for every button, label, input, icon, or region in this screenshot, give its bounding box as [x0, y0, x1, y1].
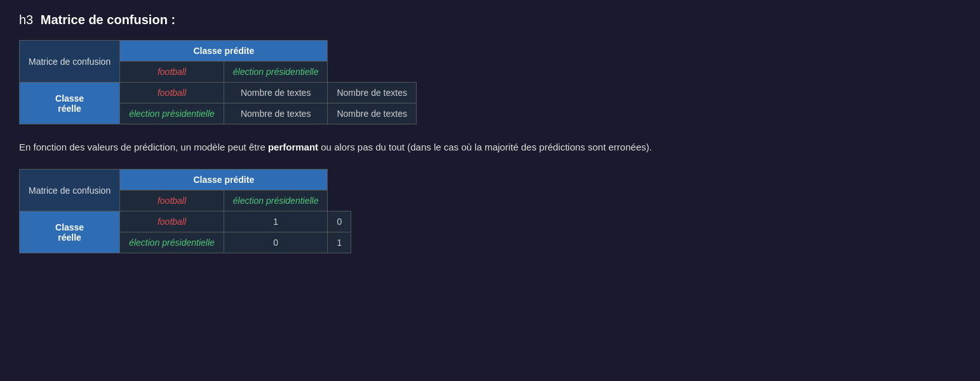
cell-r2c2-1: Nombre de textes	[328, 104, 417, 124]
col1-header-2: football	[120, 190, 224, 211]
real-class-label-2: Classeréelle	[20, 211, 120, 253]
row1-label-1: football	[120, 83, 224, 104]
row1-label-2: football	[120, 211, 224, 232]
cell-r1c2-1: Nombre de textes	[328, 83, 417, 104]
heading-text: Matrice de confusion :	[41, 13, 175, 27]
confusion-matrix-table-2: Matrice de confusion Classe prédite foot…	[19, 169, 351, 253]
cell-r2c1-2: 0	[224, 232, 328, 253]
row2-label-2: élection présidentielle	[120, 232, 224, 253]
real-class-label-1: Classeréelle	[20, 83, 120, 124]
cell-r2c1-1: Nombre de textes	[224, 104, 328, 124]
corner-label-2: Matrice de confusion	[20, 170, 120, 211]
col2-header-2: élection présidentielle	[224, 190, 328, 211]
description-bold: performant	[268, 142, 318, 152]
description-paragraph: En fonction des valeurs de prédiction, u…	[19, 140, 961, 155]
cell-r1c1-1: Nombre de textes	[224, 83, 328, 104]
col1-header-1: football	[120, 62, 224, 83]
heading-tag: h3	[19, 13, 33, 27]
cell-r2c2-2: 1	[328, 232, 351, 253]
page-title: h3 Matrice de confusion :	[19, 13, 961, 27]
description-after: ou alors pas du tout (dans le cas où la …	[318, 142, 652, 152]
description-before: En fonction des valeurs de prédiction, u…	[19, 142, 268, 152]
predicted-header-1: Classe prédite	[120, 41, 328, 62]
predicted-header-2: Classe prédite	[120, 170, 328, 190]
cell-r1c1-2: 1	[224, 211, 328, 232]
corner-label-1: Matrice de confusion	[20, 41, 120, 83]
cell-r1c2-2: 0	[328, 211, 351, 232]
row2-label-1: élection présidentielle	[120, 104, 224, 124]
col2-header-1: élection présidentielle	[224, 62, 328, 83]
confusion-matrix-table-1: Matrice de confusion Classe prédite foot…	[19, 40, 417, 124]
